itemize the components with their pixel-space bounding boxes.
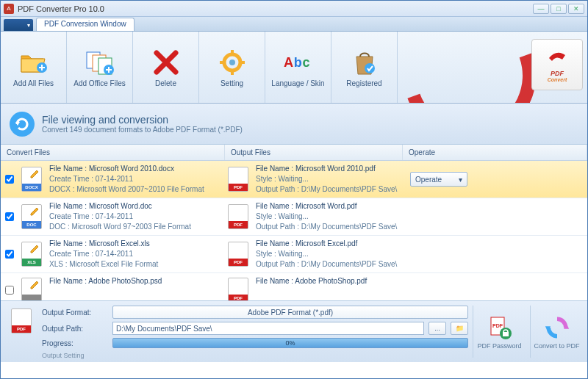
convert-arrows-icon (544, 314, 570, 341)
registered-label: Registered (346, 79, 381, 87)
add-office-label: Add Office Files (74, 79, 125, 87)
source-info: File Name : Microsoft Excel.xlsCreate Ti… (45, 236, 225, 272)
add-all-label: Add All Files (13, 79, 54, 87)
setting-button[interactable]: Setting (199, 32, 265, 103)
output-info: File Name : Adobe PhotoShop.pdf (251, 273, 403, 300)
pdf-password-label: PDF Password (477, 342, 521, 350)
pdf-logo: PDF Convert (531, 39, 583, 90)
source-file-icon: DOCX (18, 161, 45, 198)
add-office-files-button[interactable]: Add Office Files (67, 32, 133, 103)
gear-icon (218, 48, 247, 77)
row-checkbox[interactable] (1, 273, 18, 300)
progress-label: Progress: (42, 339, 108, 347)
refresh-circle-icon (10, 112, 35, 137)
pdf-lock-icon: PDF (487, 314, 513, 341)
row-checkbox[interactable] (1, 161, 18, 198)
info-banner: File viewing and conversion Convert 149 … (1, 104, 587, 145)
column-headers: Convert Files Output Files Operate (1, 145, 587, 161)
table-row[interactable]: File Name : Adobe PhotoShop.psdPDFFile N… (1, 273, 587, 300)
registered-button[interactable]: Registered (331, 32, 398, 103)
abc-icon: Abc (284, 48, 313, 77)
pdf-logo-text: PDF (551, 70, 564, 77)
source-file-icon: DOC (18, 198, 45, 235)
shopping-bag-icon (350, 48, 379, 77)
ribbon-decoration: ? PDF Convert (398, 32, 587, 103)
convert-label: Convert to PDF (534, 342, 579, 350)
col-convert-files[interactable]: Convert Files (1, 145, 225, 160)
svg-text:A: A (284, 55, 293, 70)
operate-dropdown[interactable]: Operate▾ (410, 172, 467, 187)
svg-rect-18 (503, 332, 509, 336)
operate-cell: Operate▾ (403, 161, 583, 198)
app-icon: A (4, 4, 14, 14)
svg-text:PDF: PDF (492, 323, 503, 328)
pdf-password-button[interactable]: PDF PDF Password (473, 306, 526, 358)
delete-label: Delete (155, 79, 176, 87)
col-operate[interactable]: Operate (403, 145, 587, 160)
source-info: File Name : Adobe PhotoShop.psd (45, 273, 225, 300)
output-info: File Name : Microsoft Word 2010.pdfStyle… (251, 161, 403, 198)
app-menu-dropdown[interactable] (4, 19, 33, 31)
col-output-files[interactable]: Output Files (225, 145, 403, 160)
browse-button[interactable]: ... (429, 322, 446, 335)
office-add-icon (85, 48, 115, 77)
output-file-icon: PDF (225, 198, 251, 235)
setting-label: Setting (220, 79, 243, 87)
language-label: Language / Skin (271, 79, 324, 87)
banner-subtitle: Convert 149 document formats to Adobe PD… (42, 126, 243, 134)
output-path-input[interactable] (112, 322, 424, 335)
delete-button[interactable]: Delete (133, 32, 199, 103)
convert-button[interactable]: Convert to PDF (530, 306, 583, 358)
svg-text:b: b (293, 55, 301, 70)
minimize-button[interactable]: — (533, 4, 549, 14)
output-format-select[interactable]: Adobe PDF Format (*.pdf) (112, 306, 468, 319)
bottom-panel: PDF Output Format: Adobe PDF Format (*.p… (1, 300, 587, 362)
output-file-icon: PDF (225, 161, 251, 198)
output-info: File Name : Microsoft Word.pdfStyle : Wa… (251, 198, 403, 235)
output-setting-link[interactable]: Output Setting (42, 352, 468, 359)
svg-text:c: c (302, 55, 309, 70)
tab-strip: PDF Conversion Window (1, 17, 587, 32)
operate-cell (403, 273, 583, 300)
language-button[interactable]: Abc Language / Skin (265, 32, 331, 103)
output-file-icon: PDF (225, 273, 251, 300)
pdf-logo-sub: Convert (548, 77, 567, 82)
row-checkbox[interactable] (1, 236, 18, 272)
source-info: File Name : Microsoft Word.docCreate Tim… (45, 198, 225, 235)
progress-bar: 0% (112, 338, 468, 348)
titlebar: A PDF Converter Pro 10.0 — □ ✕ (1, 1, 587, 17)
ribbon: Add All Files Add Office Files Delete Se… (1, 32, 587, 104)
banner-title: File viewing and conversion (42, 114, 243, 126)
table-row[interactable]: DOCXFile Name : Microsoft Word 2010.docx… (1, 161, 587, 198)
output-info: File Name : Microsoft Excel.pdfStyle : W… (251, 236, 403, 272)
source-info: File Name : Microsoft Word 2010.docxCrea… (45, 161, 225, 198)
app-title: PDF Converter Pro 10.0 (18, 4, 533, 13)
row-checkbox[interactable] (1, 198, 18, 235)
source-file-icon (18, 273, 45, 300)
add-all-files-button[interactable]: Add All Files (1, 32, 67, 103)
output-path-label: Output Path: (42, 325, 108, 333)
pdf-format-icon: PDF (5, 306, 37, 358)
output-file-icon: PDF (225, 236, 251, 272)
tab-conversion[interactable]: PDF Conversion Window (36, 18, 135, 31)
delete-x-icon (151, 48, 181, 77)
maximize-button[interactable]: □ (551, 4, 567, 14)
output-format-label: Output Format: (42, 308, 108, 317)
table-row[interactable]: XLSFile Name : Microsoft Excel.xlsCreate… (1, 236, 587, 273)
open-folder-button[interactable]: 📁 (451, 322, 468, 335)
source-file-icon: XLS (18, 236, 45, 272)
close-button[interactable]: ✕ (568, 4, 584, 14)
operate-cell (403, 198, 583, 235)
svg-point-14 (365, 63, 375, 73)
folder-add-icon (19, 48, 49, 77)
file-list[interactable]: DOCXFile Name : Microsoft Word 2010.docx… (1, 161, 587, 300)
operate-cell (403, 236, 583, 272)
svg-point-6 (229, 59, 235, 65)
table-row[interactable]: DOCFile Name : Microsoft Word.docCreate … (1, 198, 587, 236)
